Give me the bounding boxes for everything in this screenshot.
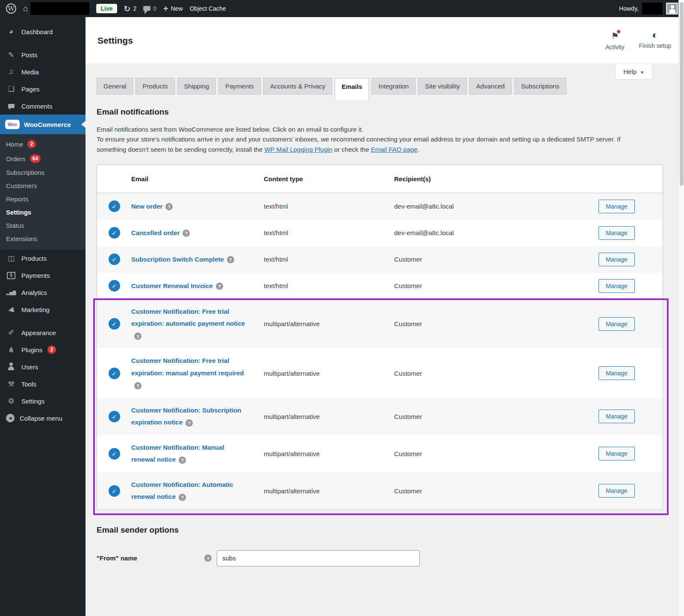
- site-home-link[interactable]: [23, 2, 89, 15]
- tab-emails[interactable]: Emails: [335, 78, 369, 100]
- manage-button[interactable]: Manage: [598, 447, 635, 460]
- comments-button[interactable]: 0: [143, 5, 156, 12]
- help-icon[interactable]: [165, 203, 173, 210]
- sidebar-item-users[interactable]: Users: [0, 358, 86, 375]
- sidebar-item-pages[interactable]: Pages: [0, 80, 86, 97]
- help-icon[interactable]: [216, 283, 223, 290]
- sidebar-item-label: Media: [21, 68, 39, 76]
- manage-button[interactable]: Manage: [598, 253, 635, 266]
- sidebar-item-media[interactable]: Media: [0, 63, 86, 80]
- help-icon[interactable]: [179, 457, 186, 464]
- submenu-item-reports[interactable]: Reports: [0, 192, 86, 206]
- manage-button[interactable]: Manage: [598, 317, 635, 331]
- sidebar-item-payments[interactable]: Payments: [0, 267, 86, 284]
- updates-button[interactable]: 2: [124, 4, 137, 14]
- submenu-item-home[interactable]: Home 2: [0, 137, 86, 151]
- enabled-checkmark-icon[interactable]: [109, 411, 120, 422]
- email-name-link[interactable]: Subscription Switch Complete: [131, 256, 224, 263]
- sidebar-item-analytics[interactable]: Analytics: [0, 284, 86, 301]
- tab-advanced[interactable]: Advanced: [469, 78, 512, 94]
- manage-button[interactable]: Manage: [598, 484, 635, 498]
- scrollbar-thumb[interactable]: [680, 2, 684, 186]
- manage-button[interactable]: Manage: [598, 226, 635, 240]
- help-icon[interactable]: [186, 419, 193, 427]
- sidebar-item-appearance[interactable]: Appearance: [0, 324, 86, 341]
- help-icon[interactable]: [134, 333, 142, 340]
- help-dropdown[interactable]: Help: [615, 64, 652, 80]
- username-redacted: [642, 3, 663, 15]
- enabled-checkmark-icon[interactable]: [109, 368, 120, 379]
- tab-site-visibility[interactable]: Site visibility: [418, 78, 467, 94]
- enabled-checkmark-icon[interactable]: [109, 280, 120, 292]
- manage-button[interactable]: Manage: [598, 279, 635, 293]
- enabled-checkmark-icon[interactable]: [109, 448, 120, 460]
- email-name-link[interactable]: New order: [131, 203, 162, 210]
- howdy-label: Howdy,: [619, 5, 639, 12]
- help-icon[interactable]: [134, 382, 142, 389]
- enabled-checkmark-icon[interactable]: [109, 253, 120, 265]
- sidebar-item-comments[interactable]: Comments: [0, 97, 86, 115]
- manage-button[interactable]: Manage: [598, 366, 635, 380]
- enabled-checkmark-icon[interactable]: [109, 200, 120, 212]
- tab-shipping[interactable]: Shipping: [177, 78, 216, 94]
- admin-sidebar: Dashboard Posts Media Pages Comments Woo…: [0, 17, 86, 616]
- submenu-item-extensions[interactable]: Extensions: [0, 232, 86, 245]
- email-name-link[interactable]: Customer Renewal Invoice: [131, 282, 213, 289]
- new-content-button[interactable]: New: [163, 4, 183, 14]
- submenu-item-customers[interactable]: Customers: [0, 179, 86, 192]
- sidebar-item-dashboard[interactable]: Dashboard: [0, 23, 86, 40]
- tab-payments[interactable]: Payments: [218, 78, 261, 94]
- page-scrollbar[interactable]: [678, 0, 684, 616]
- sidebar-item-products[interactable]: Products: [0, 250, 86, 267]
- collapse-menu-button[interactable]: Collapse menu: [0, 410, 86, 427]
- enabled-checkmark-icon[interactable]: [109, 318, 120, 330]
- sidebar-item-marketing[interactable]: Marketing: [0, 301, 86, 318]
- email-name-link[interactable]: Cancelled order: [131, 229, 180, 236]
- content-type: multipart/alternative: [264, 413, 394, 420]
- sidebar-item-label: Products: [21, 255, 47, 262]
- activity-button[interactable]: Activity: [605, 31, 624, 50]
- sidebar-item-posts[interactable]: Posts: [0, 46, 86, 63]
- manage-button[interactable]: Manage: [598, 410, 635, 423]
- recipient: Customer: [394, 450, 598, 457]
- sidebar-item-settings[interactable]: Settings: [0, 392, 86, 410]
- help-icon[interactable]: [183, 230, 190, 237]
- tab-accounts-privacy[interactable]: Accounts & Privacy: [263, 78, 332, 94]
- enabled-checkmark-icon[interactable]: [109, 227, 120, 239]
- dashboard-icon: [6, 27, 16, 36]
- wp-mail-logging-plugin-link[interactable]: WP Mail Logging Plugin: [264, 146, 332, 153]
- from-name-input[interactable]: [217, 550, 420, 566]
- sidebar-item-plugins[interactable]: Plugins 2: [0, 341, 86, 358]
- email-faq-page-link[interactable]: Email FAQ page: [371, 146, 417, 153]
- tab-products[interactable]: Products: [136, 78, 174, 94]
- recipient: Customer: [394, 487, 598, 495]
- submenu-item-orders[interactable]: Orders 64: [0, 151, 86, 166]
- media-icon: [6, 68, 16, 76]
- email-name-link[interactable]: Customer Notification: Manual renewal no…: [131, 444, 224, 463]
- help-icon[interactable]: [204, 554, 212, 562]
- sidebar-item-tools[interactable]: Tools: [0, 375, 86, 392]
- tab-subscriptions[interactable]: Subscriptions: [514, 78, 566, 94]
- appearance-icon: [6, 328, 16, 337]
- finish-setup-button[interactable]: Finish setup: [639, 31, 671, 49]
- avatar[interactable]: [666, 3, 678, 15]
- submenu-item-status[interactable]: Status: [0, 219, 86, 232]
- email-row: Cancelled order text/html dev-email@a8c.…: [97, 220, 663, 246]
- object-cache-button[interactable]: Object Cache: [190, 5, 226, 12]
- sidebar-item-label: Payments: [21, 272, 50, 279]
- email-name-link[interactable]: Customer Notification: Free trial expira…: [131, 357, 244, 377]
- tab-general[interactable]: General: [97, 78, 133, 94]
- submenu-item-subscriptions[interactable]: Subscriptions: [0, 166, 86, 179]
- submenu-item-settings[interactable]: Settings: [0, 206, 86, 219]
- help-icon[interactable]: [227, 256, 234, 263]
- chevron-down-icon: [640, 68, 644, 75]
- email-name-link[interactable]: Customer Notification: Free trial expira…: [131, 308, 245, 327]
- count-badge: 2: [47, 345, 56, 354]
- sidebar-item-woocommerce[interactable]: WooCommerce: [0, 115, 86, 134]
- wordpress-logo-icon[interactable]: [6, 3, 16, 14]
- sidebar-item-label: Posts: [21, 51, 38, 59]
- manage-button[interactable]: Manage: [598, 200, 635, 213]
- tab-integration[interactable]: Integration: [371, 78, 416, 94]
- enabled-checkmark-icon[interactable]: [109, 485, 120, 497]
- help-icon[interactable]: [179, 494, 186, 501]
